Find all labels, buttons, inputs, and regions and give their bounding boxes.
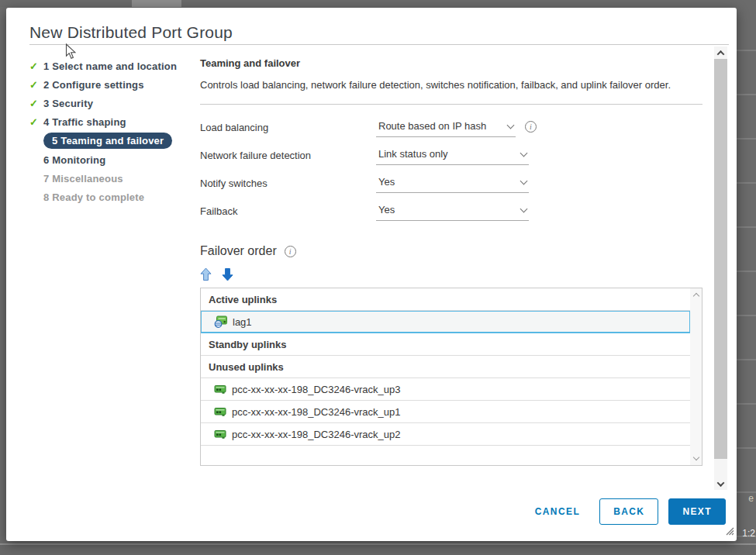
network-failure-detection-label: Network failure detection bbox=[200, 148, 376, 161]
list-scrollbar[interactable] bbox=[690, 288, 702, 465]
failback-label: Failback bbox=[200, 204, 376, 217]
uplink-row-lag1[interactable]: lag1 bbox=[201, 311, 690, 333]
check-icon: ✓ bbox=[29, 116, 43, 128]
step-label: 1 Select name and location bbox=[43, 60, 177, 72]
step-label: 6 Monitoring bbox=[43, 154, 105, 166]
page-title: Teaming and failover bbox=[200, 57, 709, 69]
scroll-down-icon[interactable] bbox=[692, 454, 699, 460]
uplink-name: pcc-xx-xx-xx-198_DC3246-vrack_up2 bbox=[232, 429, 400, 440]
uplink-row-vrack-up1[interactable]: pcc-xx-xx-xx-198_DC3246-vrack_up1 bbox=[201, 401, 690, 423]
standby-uplinks-header: Standby uplinks bbox=[201, 333, 690, 356]
resize-grip-icon[interactable] bbox=[725, 525, 734, 539]
step-traffic-shaping[interactable]: ✓ 4 Traffic shaping bbox=[29, 112, 198, 131]
step-label: 8 Ready to complete bbox=[43, 191, 144, 203]
failover-order-list: Active uplinks lag1 Stan bbox=[200, 288, 702, 466]
step-monitoring[interactable]: 6 Monitoring bbox=[29, 150, 198, 169]
back-button[interactable]: BACK bbox=[599, 498, 658, 525]
nic-icon bbox=[214, 429, 226, 440]
move-down-button[interactable] bbox=[222, 267, 233, 281]
teaming-form: Load balancing Route based on IP hash i … bbox=[200, 120, 709, 232]
cancel-button[interactable]: CANCEL bbox=[526, 499, 589, 524]
scroll-down-button[interactable] bbox=[714, 477, 727, 490]
check-icon: ✓ bbox=[29, 79, 43, 91]
form-row: Notify switches Yes bbox=[200, 176, 709, 204]
step-miscellaneous: 7 Miscellaneous bbox=[29, 169, 198, 188]
select-value: Route based on IP hash bbox=[378, 120, 486, 132]
form-row: Network failure detection Link status on… bbox=[200, 148, 709, 176]
mouse-cursor-icon bbox=[65, 43, 76, 63]
arrow-up-icon bbox=[200, 272, 212, 284]
move-up-button[interactable] bbox=[200, 267, 212, 281]
network-failure-detection-select[interactable]: Link status only bbox=[376, 148, 529, 165]
failover-order-title: Failover order bbox=[200, 244, 277, 258]
step-label: 4 Traffic shaping bbox=[43, 116, 126, 128]
chevron-down-icon bbox=[520, 149, 528, 157]
lag-icon bbox=[214, 315, 227, 328]
scroll-up-button[interactable] bbox=[714, 47, 727, 59]
failover-move-buttons bbox=[200, 267, 709, 281]
scroll-up-icon[interactable] bbox=[692, 293, 699, 299]
arrow-down-icon bbox=[222, 272, 233, 284]
step-ready-to-complete: 8 Ready to complete bbox=[29, 188, 198, 206]
failover-order-heading: Failover order i bbox=[200, 244, 709, 258]
chevron-down-icon bbox=[520, 177, 528, 184]
step-label: 3 Security bbox=[43, 98, 93, 109]
nic-icon bbox=[214, 406, 226, 417]
step-label: 5 Teaming and failover bbox=[43, 133, 172, 149]
notify-switches-label: Notify switches bbox=[200, 176, 376, 189]
section-divider bbox=[200, 104, 702, 105]
backdrop-text-fragment: e bbox=[748, 493, 754, 504]
select-value: Yes bbox=[378, 204, 395, 215]
next-button[interactable]: NEXT bbox=[668, 498, 726, 525]
dialog-title: New Distributed Port Group bbox=[29, 23, 233, 42]
uplink-row-vrack-up3[interactable]: pcc-xx-xx-xx-198_DC3246-vrack_up3 bbox=[201, 378, 690, 401]
step-teaming-and-failover[interactable]: 5 Teaming and failover bbox=[29, 131, 198, 150]
form-row: Failback Yes bbox=[200, 204, 709, 232]
select-value: Link status only bbox=[378, 148, 448, 160]
scroll-up-icon bbox=[717, 50, 725, 57]
page-description: Controls load balancing, network failure… bbox=[200, 76, 682, 95]
backdrop-bottom-strip bbox=[0, 543, 756, 555]
backdrop-top-strip bbox=[0, 0, 756, 7]
step-select-name-and-location[interactable]: ✓ 1 Select name and location bbox=[29, 57, 198, 75]
backdrop-clock-fragment: 1:2 bbox=[742, 528, 755, 539]
load-balancing-select[interactable]: Route based on IP hash bbox=[376, 120, 516, 137]
chevron-down-icon bbox=[520, 205, 528, 212]
select-value: Yes bbox=[378, 176, 395, 188]
uplink-name: lag1 bbox=[233, 316, 252, 328]
backdrop-right-strip bbox=[737, 7, 756, 555]
load-balancing-label: Load balancing bbox=[200, 120, 376, 133]
step-security[interactable]: ✓ 3 Security bbox=[29, 94, 198, 112]
wizard-steps: ✓ 1 Select name and location ✓ 2 Configu… bbox=[29, 57, 198, 206]
unused-uplinks-header: Unused uplinks bbox=[201, 356, 690, 378]
backdrop-tab bbox=[132, 0, 181, 7]
title-divider bbox=[29, 44, 729, 45]
uplink-name: pcc-xx-xx-xx-198_DC3246-vrack_up1 bbox=[232, 406, 400, 418]
form-row: Load balancing Route based on IP hash i bbox=[200, 120, 709, 148]
dialog-scrollbar[interactable] bbox=[714, 47, 727, 490]
new-distributed-port-group-dialog: New Distributed Port Group ✓ 1 Select na… bbox=[6, 8, 737, 541]
step-label: 7 Miscellaneous bbox=[43, 173, 123, 184]
uplink-name: pcc-xx-xx-xx-198_DC3246-vrack_up3 bbox=[232, 384, 400, 395]
notify-switches-select[interactable]: Yes bbox=[376, 176, 529, 193]
failback-select[interactable]: Yes bbox=[376, 204, 529, 221]
failover-order-rows: Active uplinks lag1 Stan bbox=[201, 288, 690, 446]
chevron-down-icon bbox=[507, 121, 515, 129]
check-icon: ✓ bbox=[29, 60, 43, 72]
scrollbar-thumb[interactable] bbox=[714, 59, 727, 459]
info-icon[interactable]: i bbox=[525, 121, 537, 133]
active-uplinks-header: Active uplinks bbox=[201, 288, 690, 311]
scroll-down-icon bbox=[717, 479, 725, 487]
nic-icon bbox=[214, 384, 226, 395]
info-icon[interactable]: i bbox=[285, 246, 296, 257]
dialog-footer: CANCEL BACK NEXT bbox=[526, 498, 726, 525]
step-content: Teaming and failover Controls load balan… bbox=[200, 57, 709, 466]
step-label: 2 Configure settings bbox=[43, 79, 144, 91]
uplink-row-vrack-up2[interactable]: pcc-xx-xx-xx-198_DC3246-vrack_up2 bbox=[201, 423, 690, 446]
step-configure-settings[interactable]: ✓ 2 Configure settings bbox=[29, 75, 198, 94]
check-icon: ✓ bbox=[29, 98, 43, 109]
